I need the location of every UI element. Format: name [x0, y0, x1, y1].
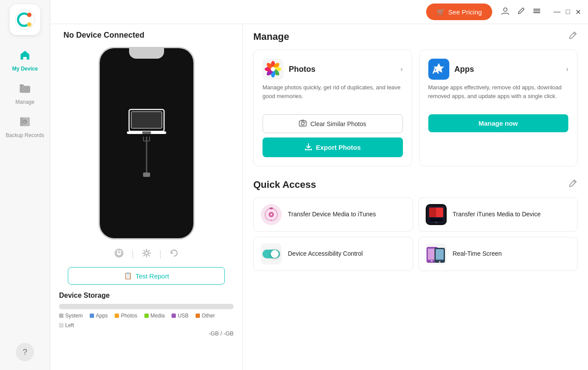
minimize-button[interactable]: — — [553, 8, 560, 16]
main-content: 🛒 See Pricing — [50, 0, 588, 370]
photos-card-actions: Clear Similar Photos Export Photos — [262, 114, 403, 157]
sidebar-item-my-device[interactable]: My Device — [0, 44, 50, 77]
separator — [160, 250, 161, 259]
profile-icon[interactable] — [501, 7, 510, 18]
legend-usb: USB — [172, 313, 189, 319]
sidebar-item-label: Backup Records — [6, 132, 44, 138]
qa-transfer-to-device[interactable]: Transfer iTunes Media to Device — [418, 197, 578, 232]
power-button[interactable] — [114, 248, 124, 260]
svg-point-42 — [301, 122, 304, 125]
export-photos-button[interactable]: Export Photos — [262, 137, 403, 157]
svg-point-60 — [271, 250, 279, 258]
manage-title: Manage — [253, 31, 289, 42]
quick-access-edit-icon[interactable] — [568, 179, 578, 190]
legend-photos: Photos — [115, 313, 137, 319]
phone-screen — [100, 48, 193, 238]
svg-rect-9 — [533, 11, 540, 11]
dot-left — [59, 323, 63, 328]
right-panel: Manage — [243, 0, 588, 370]
dot-apps — [90, 314, 94, 318]
photos-icon — [262, 59, 284, 80]
device-panel: No Device Connected — [50, 0, 243, 370]
realtime-screen-icon — [426, 243, 447, 264]
qa-realtime-screen[interactable]: Real-Time Screen — [418, 237, 578, 271]
svg-rect-67 — [436, 249, 444, 260]
apps-arrow-icon[interactable]: › — [566, 65, 568, 73]
storage-legend: System Apps Photos Media — [59, 313, 234, 328]
refresh-button[interactable] — [169, 248, 179, 260]
laptop-icon — [127, 106, 166, 137]
apps-icon: A — [428, 59, 449, 80]
photos-arrow-icon[interactable]: › — [400, 65, 402, 73]
edit-icon[interactable] — [517, 7, 525, 18]
camera-icon — [299, 119, 307, 128]
help-button[interactable]: ? — [16, 343, 34, 361]
apps-card-actions: Manage now — [428, 114, 569, 132]
storage-title: Device Storage — [59, 292, 234, 300]
svg-point-21 — [145, 251, 148, 255]
storage-bar — [59, 304, 234, 309]
backup-icon — [19, 116, 31, 130]
sidebar: My Device Manage Backup Records ? — [0, 0, 50, 370]
qa-transfer-device-label: Transfer iTunes Media to Device — [453, 210, 541, 219]
manage-now-button[interactable]: Manage now — [428, 114, 569, 132]
legend-media: Media — [144, 313, 165, 319]
svg-line-30 — [574, 33, 575, 35]
photos-card-header-left: Photos — [262, 59, 315, 80]
titlebar-icons — [501, 7, 541, 18]
quick-access-section-header: Quick Access — [253, 179, 578, 190]
svg-line-45 — [574, 181, 575, 183]
qa-transfer-to-itunes[interactable]: Transfer Device Media to iTunes — [253, 197, 413, 232]
maximize-button[interactable]: □ — [566, 8, 570, 16]
svg-rect-50 — [270, 208, 273, 209]
download-icon — [304, 143, 312, 152]
itunes-icon — [261, 204, 282, 225]
qa-realtime-label: Real-Time Screen — [453, 250, 502, 258]
apps-card-title: Apps — [455, 65, 474, 74]
apps-card: A Apps › Manage apps effectively, remove… — [419, 49, 578, 166]
sidebar-item-backup-records[interactable]: Backup Records — [0, 110, 50, 144]
menu-icon[interactable] — [532, 7, 541, 18]
separator — [133, 250, 133, 259]
svg-point-56 — [435, 222, 437, 223]
svg-rect-3 — [20, 86, 30, 93]
svg-point-49 — [270, 214, 272, 215]
close-button[interactable]: ✕ — [575, 8, 581, 16]
svg-line-29 — [144, 255, 144, 256]
app-logo — [10, 4, 40, 35]
device-transfer-icon — [426, 204, 447, 225]
dot-system — [59, 314, 63, 318]
svg-point-68 — [431, 261, 432, 262]
sidebar-item-manage[interactable]: Manage — [0, 77, 50, 110]
dot-media — [144, 314, 149, 318]
quick-access-title: Quick Access — [253, 179, 316, 190]
svg-rect-41 — [299, 121, 306, 126]
svg-rect-8 — [533, 9, 540, 10]
dot-photos — [115, 314, 119, 318]
quick-access-grid: Transfer Device Media to iTunes — [253, 197, 578, 271]
content-area: No Device Connected — [50, 0, 588, 370]
test-report-button[interactable]: 📋 Test Report — [68, 267, 225, 285]
see-pricing-button[interactable]: 🛒 See Pricing — [426, 4, 493, 20]
legend-left: Left — [59, 322, 74, 328]
cart-icon: 🛒 — [437, 8, 445, 16]
manage-section-header: Manage — [253, 31, 578, 42]
svg-rect-10 — [533, 12, 540, 13]
clear-similar-photos-button[interactable]: Clear Similar Photos — [262, 114, 403, 133]
legend-other: Other — [196, 313, 215, 319]
home-icon — [19, 49, 31, 64]
svg-point-69 — [439, 261, 440, 263]
manage-edit-icon[interactable] — [568, 31, 578, 42]
folder-icon — [19, 82, 31, 97]
device-controls — [114, 248, 179, 260]
apps-card-header-left: A Apps — [428, 59, 474, 80]
phone-mockup — [98, 47, 195, 240]
report-icon: 📋 — [124, 272, 132, 280]
window-controls: — □ ✕ — [553, 8, 581, 16]
qa-accessibility-control[interactable]: Device Accessibility Control — [253, 237, 413, 271]
brightness-button[interactable] — [142, 248, 151, 260]
svg-point-40 — [271, 67, 275, 71]
svg-rect-54 — [429, 208, 436, 217]
qa-accessibility-label: Device Accessibility Control — [288, 250, 363, 258]
question-icon: ? — [23, 348, 27, 357]
